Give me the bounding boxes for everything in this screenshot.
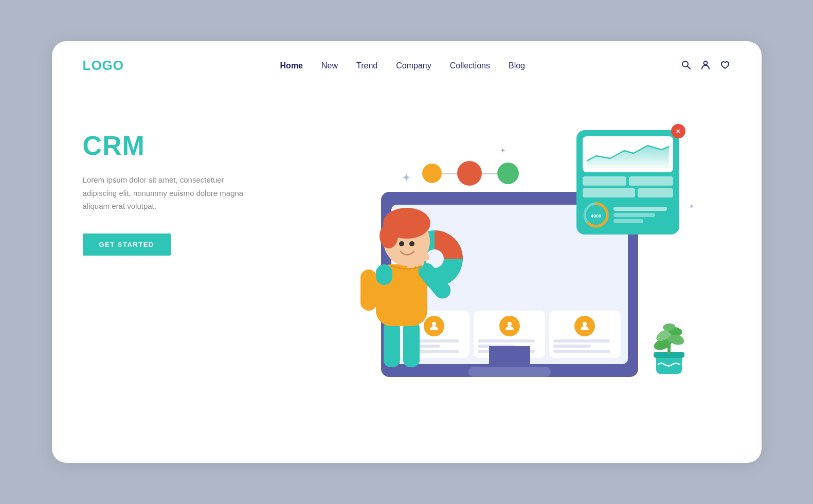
nav: Home New Trend Company Collections Blog bbox=[280, 61, 525, 70]
monitor-base bbox=[468, 367, 551, 377]
popup-card: × bbox=[576, 130, 679, 235]
ball-green bbox=[497, 163, 519, 184]
popup-text-rows bbox=[583, 176, 673, 197]
main-content: CRM Lorem ipsum dolor sit amet, consecte… bbox=[52, 84, 762, 428]
hero-description: Lorem ipsum dolor sit amet, consectetuer… bbox=[83, 173, 247, 213]
popup-gauge-row: 4900 bbox=[583, 202, 673, 228]
svg-point-24 bbox=[409, 241, 414, 246]
left-section: CRM Lorem ipsum dolor sit amet, consecte… bbox=[83, 99, 299, 256]
nav-company[interactable]: Company bbox=[396, 61, 431, 70]
svg-line-1 bbox=[688, 66, 691, 69]
popup-block bbox=[638, 188, 673, 197]
logo: LOGO bbox=[83, 58, 124, 74]
svg-rect-13 bbox=[403, 321, 420, 367]
svg-point-7 bbox=[583, 322, 587, 326]
plant-illustration bbox=[648, 316, 690, 380]
nav-trend[interactable]: Trend bbox=[356, 61, 377, 70]
gauge-value: 4900 bbox=[590, 213, 601, 219]
connector-2 bbox=[482, 173, 497, 174]
gauge-line-2 bbox=[613, 213, 655, 217]
svg-rect-12 bbox=[384, 321, 400, 367]
popup-gauge-lines bbox=[613, 207, 673, 223]
gauge-circle: 4900 bbox=[583, 202, 609, 228]
user-icon[interactable] bbox=[700, 60, 711, 71]
connector-1 bbox=[442, 173, 457, 174]
cta-button[interactable]: GET STARTED bbox=[83, 233, 171, 256]
nav-new[interactable]: New bbox=[321, 61, 338, 70]
search-icon[interactable] bbox=[681, 60, 691, 71]
popup-chart bbox=[583, 136, 673, 172]
nav-collections[interactable]: Collections bbox=[450, 61, 490, 70]
avatar-2 bbox=[499, 316, 520, 336]
ball-orange bbox=[422, 164, 442, 183]
profile-line bbox=[553, 345, 591, 348]
profile-line bbox=[553, 339, 610, 343]
avatar-3 bbox=[574, 316, 595, 336]
popup-row-2 bbox=[583, 188, 673, 197]
profile-line bbox=[478, 339, 534, 343]
gauge-line-3 bbox=[613, 219, 643, 223]
header: LOGO Home New Trend Company Collections … bbox=[52, 41, 762, 84]
popup-close-button[interactable]: × bbox=[671, 124, 685, 138]
profile-line bbox=[553, 350, 610, 353]
svg-point-22 bbox=[380, 224, 398, 248]
profile-lines-3 bbox=[553, 339, 617, 353]
popup-row-1 bbox=[583, 176, 673, 186]
popup-block bbox=[583, 176, 627, 186]
svg-point-23 bbox=[399, 241, 404, 246]
sparkle-2: ✦ bbox=[499, 146, 506, 155]
gauge-line-1 bbox=[613, 207, 667, 211]
nav-blog[interactable]: Blog bbox=[509, 61, 525, 70]
profile-card-3 bbox=[549, 311, 621, 358]
svg-rect-15 bbox=[360, 269, 377, 311]
popup-block bbox=[629, 176, 673, 186]
sparkle-4: ✦ bbox=[689, 202, 695, 210]
svg-point-2 bbox=[704, 61, 708, 65]
illustration: ✦ ✦ ✦ ✦ bbox=[299, 99, 731, 408]
header-icons bbox=[681, 60, 730, 71]
popup-block bbox=[583, 188, 636, 197]
page-card: LOGO Home New Trend Company Collections … bbox=[52, 41, 762, 463]
person-illustration bbox=[345, 182, 458, 380]
svg-point-6 bbox=[508, 322, 512, 326]
monitor-stand bbox=[489, 346, 530, 367]
ball-red bbox=[457, 161, 482, 186]
monitor-wrap: ✦ ✦ ✦ ✦ bbox=[355, 120, 674, 408]
heart-icon[interactable] bbox=[720, 60, 730, 71]
svg-rect-25 bbox=[376, 264, 392, 285]
hero-title: CRM bbox=[83, 130, 299, 161]
nav-home[interactable]: Home bbox=[280, 61, 303, 70]
